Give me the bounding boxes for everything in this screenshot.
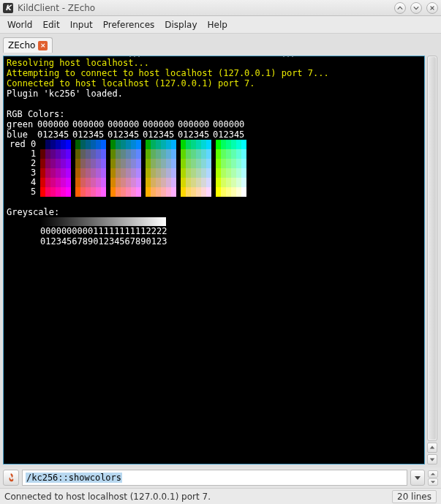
terminal-frame: ··· ··· Resolving host localhost...Attem… — [3, 56, 425, 464]
rgb-swatch-g3 — [146, 140, 176, 197]
menu-input[interactable]: Input — [66, 18, 97, 31]
close-button[interactable] — [426, 2, 438, 14]
status-bar: Connected to host localhost (127.0.0.1) … — [0, 488, 441, 504]
history-dropdown-button[interactable] — [410, 470, 425, 486]
terminal-line: Connected to host localhost (127.0.0.1) … — [7, 78, 421, 89]
rgb-swatch-g0 — [40, 140, 71, 197]
minimize-button[interactable] — [394, 2, 406, 14]
scroll-thumb[interactable] — [429, 57, 436, 440]
status-text: Connected to host localhost (127.0.0.1) … — [4, 492, 392, 502]
rgb-swatch-g4 — [181, 140, 211, 197]
terminal-line: Attempting to connect to host localhost … — [7, 68, 421, 78]
menu-help[interactable]: Help — [203, 18, 232, 31]
red-axis: red 0 1 2 3 4 5 — [10, 140, 36, 197]
command-text: /kc256::showcolors — [26, 473, 122, 483]
terminal-line: Plugin 'kc256' loaded. — [7, 89, 421, 99]
terminal[interactable]: ··· ··· Resolving host localhost...Attem… — [4, 56, 424, 464]
greyscale-block: 0000000000111111111122220123456789012345… — [40, 217, 421, 247]
terminal-line — [7, 99, 421, 109]
window-title: KildClient - ZEcho — [16, 3, 390, 13]
greyscale-ramp — [40, 217, 166, 226]
menu-display[interactable]: Display — [160, 18, 201, 31]
app-icon: K — [3, 3, 13, 13]
input-prev-button[interactable] — [428, 470, 438, 478]
terminal-line: Greyscale: — [7, 207, 421, 217]
terminal-scrollbar[interactable] — [427, 56, 437, 441]
rgb-swatch-g2 — [110, 140, 141, 197]
scroll-up-button[interactable] — [427, 443, 437, 453]
command-input[interactable]: /kc256::showcolors — [22, 470, 407, 486]
greyscale-index-row1: 000000000011111111112222 — [40, 226, 421, 236]
status-lines: 20 lines — [392, 490, 437, 503]
terminal-line: RGB Colors: — [7, 109, 421, 119]
menu-bar: WorldEditInputPreferencesDisplayHelp — [0, 16, 441, 34]
rgb-swatch-g5 — [216, 140, 246, 197]
terminal-line — [7, 197, 421, 207]
input-stepper — [428, 470, 438, 486]
terminal-line: blue 01234501234501234501234501234501234… — [7, 129, 421, 140]
close-tab-icon[interactable]: × — [38, 41, 48, 50]
greyscale-index-row2: 012345678901234567890123 — [40, 236, 421, 247]
work-area: ··· ··· Resolving host localhost...Attem… — [0, 53, 441, 467]
tab-zecho[interactable]: ZEcho × — [3, 37, 53, 53]
terminal-line: green00000000000000000000000000000000000… — [7, 119, 421, 129]
terminal-line: Resolving host localhost... — [7, 58, 421, 68]
menu-preferences[interactable]: Preferences — [99, 18, 159, 31]
rgb-palette: red 0 1 2 3 4 5 — [7, 140, 421, 197]
maximize-button[interactable] — [410, 2, 422, 14]
menu-world[interactable]: World — [3, 18, 37, 31]
title-bar: K KildClient - ZEcho — [0, 0, 441, 16]
rgb-swatch-g1 — [75, 140, 106, 197]
tab-bar: ZEcho × — [0, 34, 441, 53]
menu-edit[interactable]: Edit — [38, 18, 64, 31]
input-next-button[interactable] — [428, 478, 438, 486]
trigger-button[interactable] — [3, 470, 19, 486]
input-row: /kc256::showcolors — [0, 467, 441, 488]
scroll-column — [426, 56, 438, 464]
scroll-down-button[interactable] — [427, 454, 437, 464]
tab-label: ZEcho — [8, 40, 35, 50]
